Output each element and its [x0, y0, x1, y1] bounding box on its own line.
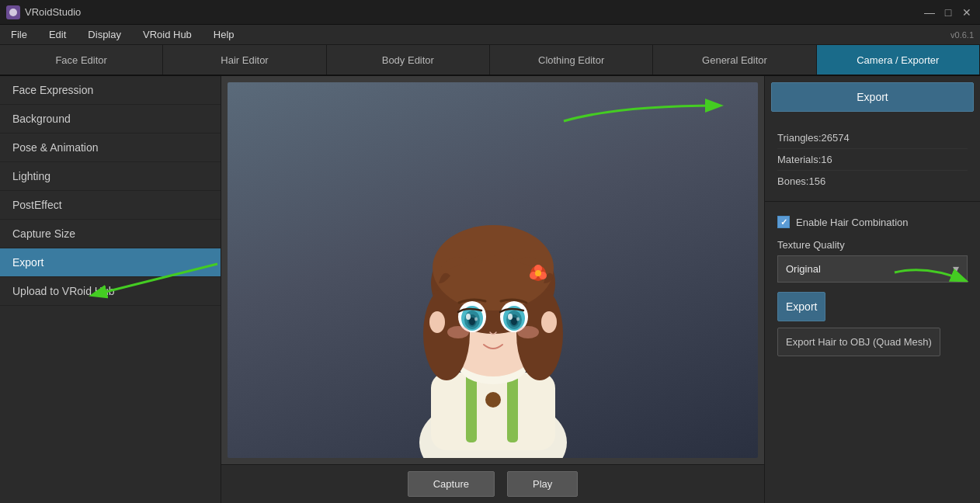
menu-vroid-hub[interactable]: VRoid Hub	[138, 27, 196, 42]
minimize-button[interactable]: —	[923, 5, 937, 19]
bones-stat: Bones:156	[777, 171, 968, 192]
character-viewport	[228, 82, 758, 458]
sidebar-item-export[interactable]: Export	[0, 248, 221, 277]
svg-point-38	[429, 311, 445, 333]
titlebar-controls: — □ ✕	[923, 5, 974, 19]
tab-general-editor[interactable]: General Editor	[653, 45, 816, 75]
tab-hair-editor[interactable]: Hair Editor	[163, 45, 326, 75]
stats-section: Triangles:26574 Materials:16 Bones:156	[765, 118, 980, 202]
export-obj-button[interactable]: Export Hair to OBJ (Quad Mesh)	[777, 328, 940, 356]
texture-quality-dropdown[interactable]: Original ▾	[777, 255, 968, 283]
play-button[interactable]: Play	[507, 471, 578, 497]
version-label: v0.6.1	[950, 30, 974, 40]
svg-point-27	[466, 314, 471, 320]
menu-display[interactable]: Display	[83, 27, 126, 42]
triangles-stat: Triangles:26574	[777, 127, 968, 149]
capture-button[interactable]: Capture	[408, 471, 495, 497]
content-area: Capture Play	[221, 76, 764, 503]
svg-point-10	[485, 392, 501, 408]
svg-point-35	[516, 317, 520, 321]
svg-point-0	[9, 9, 17, 16]
app-icon	[6, 5, 20, 19]
svg-point-34	[508, 314, 513, 320]
menu-edit[interactable]: Edit	[44, 27, 71, 42]
sidebar-item-upload-vroid[interactable]: Upload to VRoid Hub	[0, 277, 221, 306]
bottombar: Capture Play	[221, 464, 764, 503]
materials-stat: Materials:16	[777, 149, 968, 171]
texture-quality-label: Texture Quality	[777, 239, 968, 251]
hair-combination-label: Enable Hair Combination	[796, 217, 909, 228]
sidebar-item-pose-animation[interactable]: Pose & Animation	[0, 134, 221, 162]
right-panel: Export Triangles:26574 Materials:16 Bone…	[764, 76, 980, 503]
tab-clothing-editor[interactable]: Clothing Editor	[490, 45, 653, 75]
sidebar-item-capture-size[interactable]: Capture Size	[0, 220, 221, 248]
titlebar-left: VRoidStudio	[6, 5, 81, 19]
tabbar: Face Editor Hair Editor Body Editor Clot…	[0, 45, 980, 76]
svg-point-39	[541, 311, 557, 333]
menubar: File Edit Display VRoid Hub Help v0.6.1	[0, 25, 980, 45]
main-layout: Face Expression Background Pose & Animat…	[0, 76, 980, 503]
sidebar-item-face-expression[interactable]: Face Expression	[0, 76, 221, 105]
svg-point-37	[517, 326, 539, 338]
options-section: Enable Hair Combination Texture Quality …	[765, 202, 980, 366]
menu-file[interactable]: File	[6, 27, 32, 42]
texture-quality-value: Original	[786, 263, 821, 275]
titlebar: VRoidStudio — □ ✕	[0, 0, 980, 25]
svg-point-36	[447, 326, 469, 338]
tab-body-editor[interactable]: Body Editor	[327, 45, 490, 75]
tab-camera-exporter[interactable]: Camera / Exporter	[817, 45, 980, 75]
app-title: VRoidStudio	[25, 6, 81, 18]
export-bottom-button[interactable]: Export	[777, 292, 825, 321]
sidebar-item-background[interactable]: Background	[0, 105, 221, 134]
tab-face-editor[interactable]: Face Editor	[0, 45, 163, 75]
menu-help[interactable]: Help	[209, 27, 239, 42]
svg-point-21	[535, 270, 541, 276]
character-display	[346, 116, 641, 458]
hair-combination-row: Enable Hair Combination	[777, 211, 968, 233]
hair-combination-checkbox[interactable]	[777, 216, 790, 228]
sidebar-item-post-effect[interactable]: PostEffect	[0, 191, 221, 220]
dropdown-arrow-icon: ▾	[953, 262, 959, 276]
svg-point-28	[474, 317, 478, 321]
maximize-button[interactable]: □	[941, 5, 955, 19]
sidebar-item-lighting[interactable]: Lighting	[0, 162, 221, 191]
close-button[interactable]: ✕	[960, 5, 974, 19]
sidebar: Face Expression Background Pose & Animat…	[0, 76, 221, 503]
export-top-button[interactable]: Export	[771, 82, 974, 112]
